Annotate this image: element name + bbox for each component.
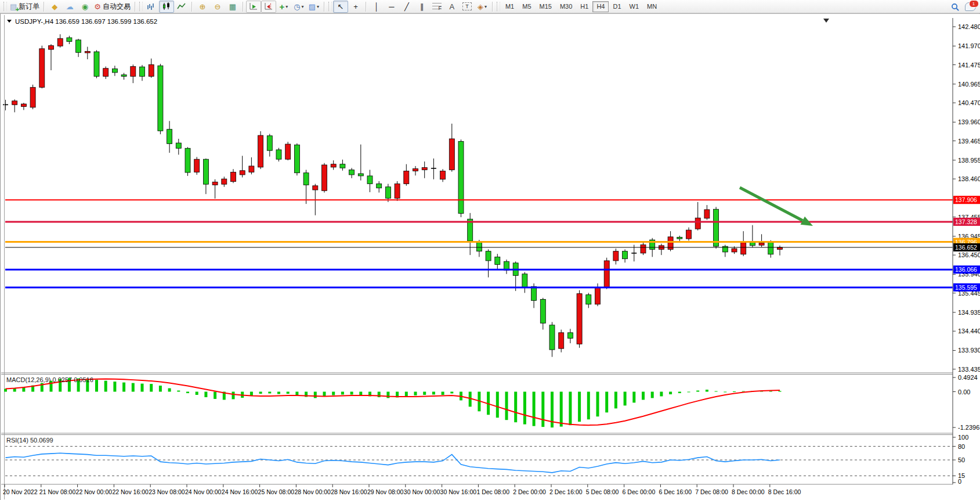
price-tick-label: 142.480 bbox=[958, 23, 980, 30]
vertical-line-button[interactable]: │ bbox=[369, 1, 384, 13]
cloud-icon: ☁ bbox=[66, 3, 74, 10]
text-button[interactable]: A bbox=[444, 1, 460, 13]
trendline-icon: ╱ bbox=[404, 3, 409, 10]
search-icon bbox=[951, 2, 960, 11]
cursor-button[interactable]: ↖ bbox=[333, 1, 348, 13]
symbol-title: USDJPY-,H4 136.659 136.697 136.599 136.6… bbox=[15, 18, 157, 25]
price-tick-label: 136.450 bbox=[958, 251, 980, 258]
shapes-icon: ◈ bbox=[478, 3, 483, 10]
channel-icon: ∥ bbox=[420, 3, 424, 10]
chart-shift-icon bbox=[264, 2, 273, 10]
time-tick-label: 5 Dec 08:00 bbox=[586, 488, 619, 495]
line-chart-icon bbox=[177, 2, 186, 10]
community-button[interactable]: ☁ bbox=[62, 1, 77, 13]
trendline-button[interactable]: ╱ bbox=[399, 1, 414, 13]
time-tick-label: 2 Dec 16:00 bbox=[549, 488, 583, 495]
time-tick-label: 25 Nov 08:00 bbox=[258, 488, 295, 495]
timeframe-h1-button[interactable]: H1 bbox=[576, 1, 592, 12]
rsi-axis-label: 50 bbox=[958, 456, 965, 463]
timeframe-h4-button[interactable]: H4 bbox=[592, 1, 609, 12]
toolbar-grip[interactable] bbox=[139, 2, 143, 11]
zoom-in-button[interactable]: ⊕ bbox=[195, 1, 210, 13]
toolbar: ▤+新订单◆☁◉⚙自动交易⊕⊖▦+▾◷▾▨▾↖+│─╱∥FAT◈▾M1M5M15… bbox=[0, 0, 980, 13]
price-tick-label: 140.965 bbox=[958, 81, 980, 88]
time-tick-label: 8 Dec 16:00 bbox=[768, 488, 801, 495]
chart-shift-button[interactable] bbox=[261, 1, 276, 13]
auto-trading-icon: ⚙ bbox=[94, 3, 101, 10]
toolbar-separator bbox=[243, 2, 244, 12]
time-tick-label: 6 Dec 00:00 bbox=[623, 488, 656, 495]
indicators-button[interactable]: +▾ bbox=[276, 1, 291, 13]
toolbar-grip[interactable] bbox=[328, 2, 332, 11]
crosshair-icon: + bbox=[353, 3, 358, 10]
timeframe-mn-button[interactable]: MN bbox=[643, 1, 661, 12]
vertical-line-icon: │ bbox=[374, 3, 379, 10]
price-badge: 137.328 bbox=[955, 218, 977, 225]
candlestick-icon bbox=[162, 2, 171, 10]
fibonacci-button[interactable]: F bbox=[429, 1, 444, 13]
periods-button[interactable]: ◷▾ bbox=[291, 1, 306, 13]
price-tick-label: 139.960 bbox=[958, 118, 980, 125]
signals-button[interactable]: ◉ bbox=[77, 1, 92, 13]
tile-windows-icon: ▦ bbox=[229, 3, 236, 10]
time-tick-label: 23 Nov 08:00 bbox=[149, 488, 185, 495]
price-tick-label: 138.955 bbox=[958, 157, 980, 164]
timeframe-m1-button[interactable]: M1 bbox=[501, 1, 518, 12]
templates-button[interactable]: ▨▾ bbox=[306, 1, 321, 13]
rsi-label: RSI(14) 50.0699 bbox=[6, 437, 53, 444]
price-tick-label: 141.475 bbox=[958, 62, 980, 69]
channel-button[interactable]: ∥ bbox=[414, 1, 429, 13]
auto-trading-button[interactable]: ⚙自动交易 bbox=[92, 1, 132, 13]
text-label-button[interactable]: T bbox=[460, 1, 475, 13]
crosshair-button[interactable]: + bbox=[348, 1, 363, 13]
price-tick-label: 133.930 bbox=[958, 347, 980, 354]
price-badge: 137.906 bbox=[955, 196, 977, 203]
auto-scroll-button[interactable] bbox=[246, 1, 261, 13]
zoom-out-button[interactable]: ⊖ bbox=[210, 1, 225, 13]
time-tick-label: 24 Nov 00:00 bbox=[185, 488, 222, 495]
price-badge: 136.066 bbox=[955, 266, 977, 273]
toolbar-grip[interactable] bbox=[3, 2, 7, 11]
timeframe-m30-button[interactable]: M30 bbox=[556, 1, 576, 12]
chevron-down-icon: ▾ bbox=[317, 4, 319, 9]
timeframe-w1-button[interactable]: W1 bbox=[625, 1, 643, 12]
zoom-in-icon: ⊕ bbox=[200, 3, 206, 10]
chart-canvas[interactable]: 142.480141.970141.475140.965140.470139.9… bbox=[1, 14, 980, 500]
horizontal-line-icon: ─ bbox=[389, 3, 394, 10]
horizontal-line-button[interactable]: ─ bbox=[384, 1, 399, 13]
chat-bubble-icon: 1 bbox=[965, 2, 976, 11]
price-tick-label: 138.460 bbox=[958, 175, 980, 182]
price-tick-label: 133.435 bbox=[958, 366, 980, 373]
time-tick-label: 28 Nov 00:00 bbox=[294, 488, 331, 495]
time-tick-label: 20 Nov 2022 bbox=[3, 488, 38, 495]
time-tick-label: 22 Nov 00:00 bbox=[76, 488, 113, 495]
auto-scroll-icon bbox=[249, 2, 258, 10]
line-chart-button[interactable] bbox=[174, 1, 189, 13]
new-order-button[interactable]: ▤+新订单 bbox=[8, 1, 41, 13]
clock-icon: ◷ bbox=[294, 3, 300, 10]
price-badge: 135.595 bbox=[955, 284, 977, 291]
shapes-button[interactable]: ◈▾ bbox=[475, 1, 490, 13]
toolbar-grip[interactable] bbox=[497, 2, 500, 11]
time-tick-label: 24 Nov 16:00 bbox=[222, 488, 258, 495]
chart-window[interactable]: 142.480141.970141.475140.965140.470139.9… bbox=[0, 13, 980, 500]
notifications-button[interactable]: 1 bbox=[963, 1, 978, 13]
toolbar-separator bbox=[135, 2, 136, 12]
chevron-down-icon: ▾ bbox=[302, 4, 304, 9]
rsi-axis-label: 100 bbox=[958, 434, 968, 441]
candlestick-chart-button[interactable] bbox=[159, 1, 174, 13]
bar-chart-button[interactable] bbox=[144, 1, 159, 13]
time-tick-label: 21 Nov 08:00 bbox=[39, 488, 76, 495]
tile-windows-button[interactable]: ▦ bbox=[225, 1, 240, 13]
search-button[interactable] bbox=[948, 1, 963, 13]
fibonacci-icon: F bbox=[432, 3, 442, 10]
time-tick-label: 28 Nov 16:00 bbox=[331, 488, 367, 495]
price-tick-label: 134.440 bbox=[958, 328, 980, 334]
timeframe-m15-button[interactable]: M15 bbox=[536, 1, 556, 12]
timeframe-d1-button[interactable]: D1 bbox=[609, 1, 625, 12]
macd-axis-label: 0.4924 bbox=[958, 374, 978, 381]
market-depth-button[interactable]: ◆ bbox=[47, 1, 62, 13]
market-depth-icon: ◆ bbox=[52, 3, 57, 10]
timeframe-m5-button[interactable]: M5 bbox=[518, 1, 535, 12]
time-tick-label: 1 Dec 08:00 bbox=[476, 488, 509, 495]
